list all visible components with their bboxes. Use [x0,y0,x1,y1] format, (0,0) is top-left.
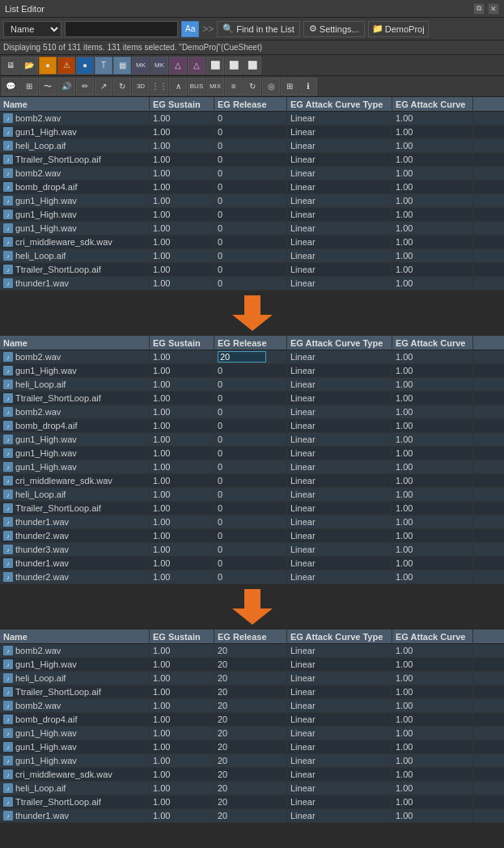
cell-release[interactable]: 20 [214,727,287,740]
table-row[interactable]: ♪gun1_High.wav1.0020Linear1.00 [0,740,504,754]
cell-release[interactable]: 0 [214,180,287,194]
cell-release[interactable]: 0 [214,222,287,235]
table-row[interactable]: ♪gun1_High.wav1.0020Linear1.00 [0,727,504,740]
mk-btn-1[interactable]: MK [132,57,150,74]
table-row[interactable]: ♪bomb2.wav1.000Linear1.00 [0,405,504,419]
table-row[interactable]: ♪gun1_High.wav1.000Linear1.00 [0,433,504,447]
table-row[interactable]: ♪thunder1.wav1.000Linear1.00 [0,277,504,290]
restore-btn[interactable]: ⧉ [473,3,485,15]
cell-release[interactable]: 20 [214,699,287,713]
blue-btn[interactable]: ● [76,57,94,74]
cell-release[interactable]: 20 [214,713,287,727]
cell-release[interactable]: 0 [214,194,287,208]
cell-release[interactable]: 20 [214,672,287,685]
wave-active-btn[interactable]: ▦ [113,57,131,74]
cell-release[interactable]: 0 [214,112,287,125]
search-input[interactable] [65,21,178,37]
table-row[interactable]: ♪thunder1.wav1.000Linear1.00 [0,557,504,570]
cell-release[interactable]: 20 [214,644,287,658]
sort-dropdown[interactable]: Name Type Category [3,21,61,37]
project-button[interactable]: 📁 DemoProj [368,21,429,37]
cell-release[interactable]: 20 [214,685,287,699]
table-row[interactable]: ♪Ttrailer_ShortLoop.aif1.000Linear1.00 [0,392,504,405]
square-btn2[interactable]: ⬜ [225,57,243,74]
cell-release[interactable]: 20 [214,795,287,809]
table-row[interactable]: ♪gun1_High.wav1.000Linear1.00 [0,364,504,378]
cell-release[interactable]: 0 [214,125,287,139]
cell-release[interactable]: 20 [214,782,287,795]
dots-btn[interactable]: ⋮⋮ [150,78,168,95]
cell-release[interactable]: 0 [214,235,287,249]
table-row[interactable]: ♪heli_Loop.aif1.0020Linear1.00 [0,782,504,795]
table-row[interactable]: ♪thunder3.wav1.000Linear1.00 [0,543,504,557]
table-row[interactable]: ♪heli_Loop.aif1.000Linear1.00 [0,249,504,263]
grid-btn2[interactable]: ⊞ [281,78,299,95]
table-row[interactable]: ♪thunder2.wav1.000Linear1.00 [0,570,504,584]
cell-release[interactable]: 0 [214,153,287,167]
cell-release[interactable]: 0 [214,249,287,263]
table-row[interactable]: ♪heli_Loop.aif1.000Linear1.00 [0,378,504,392]
cell-release[interactable]: 0 [214,570,287,584]
table-row[interactable]: ♪heli_Loop.aif1.000Linear1.00 [0,488,504,502]
aa-button[interactable]: Aa [181,21,199,37]
table-row[interactable]: ♪gun1_High.wav1.000Linear1.00 [0,222,504,235]
cell-release[interactable]: 0 [214,488,287,502]
table-row[interactable]: ♪Ttrailer_ShortLoop.aif1.000Linear1.00 [0,502,504,515]
triangle-btn2[interactable]: △ [188,57,205,74]
table-row[interactable]: ♪gun1_High.wav1.000Linear1.00 [0,447,504,460]
table-row[interactable]: ♪cri_middleware_sdk.wav1.000Linear1.00 [0,474,504,488]
table-row[interactable]: ♪bomb2.wav1.00Linear1.00 [0,350,504,364]
table-row[interactable]: ♪gun1_High.wav1.000Linear1.00 [0,125,504,139]
info-btn[interactable]: ℹ [299,78,317,95]
grid-btn[interactable]: ⊞ [20,78,38,95]
cell-release[interactable]: 0 [214,405,287,419]
square-btn1[interactable]: ⬜ [206,57,224,74]
pencil-btn[interactable]: ✏ [76,78,94,95]
release-input[interactable] [218,351,266,363]
table-row[interactable]: ♪thunder2.wav1.000Linear1.00 [0,529,504,543]
text-btn[interactable]: T [95,57,112,74]
table-row[interactable]: ♪bomb2.wav1.0020Linear1.00 [0,644,504,658]
table-row[interactable]: ♪gun1_High.wav1.000Linear1.00 [0,194,504,208]
table-row[interactable]: ♪bomb_drop4.aif1.000Linear1.00 [0,419,504,433]
table-row[interactable]: ♪Ttrailer_ShortLoop.aif1.0020Linear1.00 [0,685,504,699]
table-row[interactable]: ♪bomb_drop4.aif1.0020Linear1.00 [0,713,504,727]
cell-release[interactable]: 0 [214,139,287,153]
cell-release[interactable]: 0 [214,419,287,433]
bus-btn[interactable]: BUS [188,78,205,95]
mk-btn-2[interactable]: MK [150,57,168,74]
table-row[interactable]: ♪bomb_drop4.aif1.000Linear1.00 [0,180,504,194]
close-btn[interactable]: ✕ [488,3,499,15]
cell-release[interactable]: 0 [214,392,287,405]
table-row[interactable]: ♪bomb2.wav1.000Linear1.00 [0,167,504,180]
table-row[interactable]: ♪heli_Loop.aif1.0020Linear1.00 [0,672,504,685]
rotate-btn[interactable]: ↻ [113,78,131,95]
cell-release[interactable]: 20 [214,809,287,823]
open-btn[interactable]: 📂 [20,57,38,74]
orange-btn[interactable]: ● [39,57,57,74]
table-row[interactable]: ♪Ttrailer_ShortLoop.aif1.000Linear1.00 [0,153,504,167]
cell-release[interactable]: 0 [214,447,287,460]
cell-release[interactable]: 0 [214,378,287,392]
cell-release[interactable]: 0 [214,167,287,180]
3d-btn[interactable]: 3D [132,78,150,95]
cell-release[interactable]: 0 [214,543,287,557]
cell-release[interactable]: 20 [214,658,287,672]
table-row[interactable]: ♪cri_middleware_sdk.wav1.0020Linear1.00 [0,768,504,782]
table-row[interactable]: ♪bomb2.wav1.0020Linear1.00 [0,699,504,713]
table-row[interactable]: ♪heli_Loop.aif1.000Linear1.00 [0,139,504,153]
cell-release[interactable]: 20 [214,768,287,782]
cell-release[interactable]: 0 [214,529,287,543]
cell-release[interactable]: 0 [214,364,287,378]
cell-release[interactable]: 0 [214,433,287,447]
table-row[interactable]: ♪gun1_High.wav1.0020Linear1.00 [0,754,504,768]
display-btn[interactable]: 🖥 [2,57,19,74]
cell-release[interactable]: 0 [214,515,287,529]
circle-btn[interactable]: ◎ [262,78,280,95]
table-row[interactable]: ♪thunder1.wav1.0020Linear1.00 [0,809,504,823]
table-row[interactable]: ♪Ttrailer_ShortLoop.aif1.000Linear1.00 [0,263,504,277]
cell-release[interactable]: 0 [214,460,287,474]
cell-release[interactable]: 0 [214,277,287,290]
settings-button[interactable]: ⚙ Settings... [303,21,365,37]
warning-btn[interactable]: ⚠ [57,57,75,74]
